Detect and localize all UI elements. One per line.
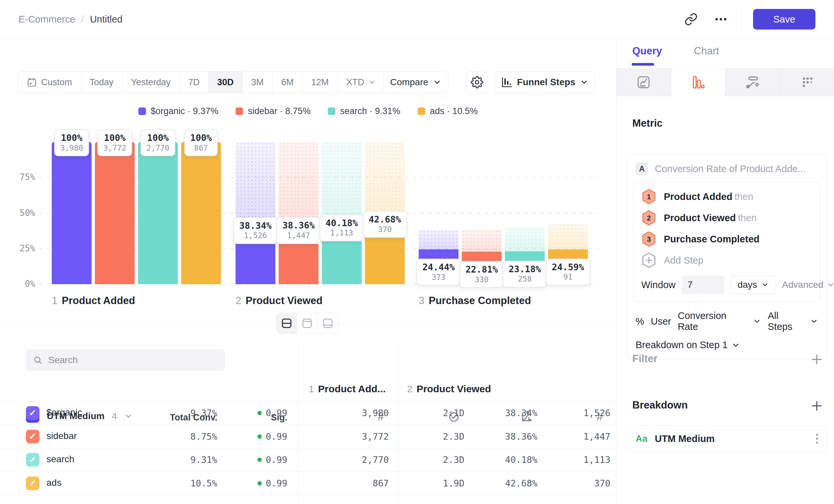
breakdown-property-name: UTM Medium bbox=[655, 433, 715, 444]
bar-value-label: 100%3,980 bbox=[54, 129, 89, 156]
breadcrumb-separator: / bbox=[81, 14, 84, 25]
table-row-search[interactable]: ✓search9.31%2,7702.3D40.18%1,1130.99 bbox=[0, 448, 616, 471]
bar-ads-step1[interactable] bbox=[181, 142, 221, 284]
funnel-chart: 75%50%25%0%100%3,98038.34%1,52624.44%373… bbox=[0, 39, 616, 324]
row-checkbox[interactable]: ✓ bbox=[26, 430, 40, 443]
y-axis-tick: 75% bbox=[6, 172, 35, 182]
view-split-button[interactable] bbox=[276, 313, 297, 334]
funnels-tab-selected[interactable] bbox=[671, 69, 726, 96]
kebab-menu-icon[interactable] bbox=[816, 434, 818, 444]
query-step-2[interactable]: 2Product Viewed then bbox=[634, 207, 820, 228]
step-name: Product Viewed bbox=[417, 383, 491, 395]
step-number-hexagon: 1 bbox=[641, 188, 657, 205]
significance-dot bbox=[258, 411, 262, 415]
steps-scope-dropdown[interactable]: All Steps bbox=[768, 311, 805, 332]
conversion-window-row: Window days Advanced bbox=[634, 271, 820, 298]
bar-value-label: 24.59%91 bbox=[546, 259, 590, 285]
bar-ghost-$organic[interactable] bbox=[419, 230, 459, 250]
metric-section-heading: Metric bbox=[632, 117, 662, 129]
cell-conv: 40.18% bbox=[478, 455, 537, 465]
advanced-dropdown[interactable]: Advanced bbox=[782, 279, 834, 290]
step-number-hexagon: 3 bbox=[641, 231, 657, 247]
tab-chart[interactable]: Chart bbox=[694, 45, 719, 57]
save-button[interactable]: Save bbox=[753, 9, 815, 29]
chevron-down-icon bbox=[761, 281, 769, 289]
query-steps: 1Product Added then2Product Viewed then3… bbox=[634, 186, 820, 250]
y-axis-tick: 0% bbox=[6, 279, 35, 289]
bar-value-label: 100%867 bbox=[184, 129, 218, 156]
cell-total: 10.5% bbox=[139, 478, 217, 488]
row-checkbox[interactable]: ✓ bbox=[26, 453, 40, 466]
table-row-ads[interactable]: ✓ads10.5%8671.9D42.68%3700.99 bbox=[0, 472, 616, 495]
step-axis-label: 3Purchase Completed bbox=[419, 295, 531, 307]
cell-count1: 2,770 bbox=[315, 455, 389, 465]
significance-dot bbox=[258, 481, 262, 485]
insights-tab[interactable] bbox=[616, 69, 671, 96]
cell-count1: 867 bbox=[315, 478, 389, 488]
counting-method[interactable]: User bbox=[651, 316, 671, 327]
share-link-icon[interactable] bbox=[682, 10, 700, 28]
flows-tab[interactable] bbox=[726, 69, 780, 96]
query-step-1[interactable]: 1Product Added then bbox=[634, 186, 820, 207]
bar-ghost-ads[interactable] bbox=[548, 224, 588, 249]
svg-text:1: 1 bbox=[647, 193, 651, 201]
row-label: $organic bbox=[46, 407, 82, 418]
row-checkbox[interactable]: ✓ bbox=[26, 477, 40, 490]
add-step-button[interactable]: Add Step bbox=[634, 250, 820, 271]
row-label: ads bbox=[46, 478, 61, 488]
query-step-3[interactable]: 3Purchase Completed bbox=[634, 228, 820, 250]
svg-text:2: 2 bbox=[647, 214, 651, 222]
retention-tab[interactable] bbox=[780, 69, 834, 96]
window-value-input[interactable] bbox=[681, 276, 725, 294]
report-type-tabs bbox=[616, 68, 834, 96]
chevron-down-icon bbox=[753, 317, 761, 326]
bar-$organic-step1[interactable] bbox=[52, 142, 92, 284]
report-panel: CustomTodayYesterday7D30D3M6M12MXTD Comp… bbox=[0, 39, 616, 504]
metric-title-row[interactable]: A Conversion Rate of Product Adde... bbox=[627, 162, 827, 177]
bar-ghost-search[interactable] bbox=[505, 227, 545, 251]
breakdown-on-step-dropdown[interactable]: Breakdown on Step 1 bbox=[627, 332, 827, 352]
bar-ghost-$organic[interactable] bbox=[236, 142, 275, 230]
step-name: Product Add... bbox=[318, 383, 386, 395]
bar-ghost-sidebar[interactable] bbox=[279, 142, 319, 229]
bar-value-label: 38.34%1,526 bbox=[233, 217, 278, 244]
breakdown-property-card[interactable]: Aa UTM Medium bbox=[627, 426, 827, 452]
cell-sig: 0.99 bbox=[232, 431, 287, 442]
add-filter-icon[interactable] bbox=[810, 353, 824, 366]
funnel-steps-card: 1Product Added then2Product Viewed then3… bbox=[634, 182, 820, 302]
table-step1-header: 1 Product Add... bbox=[309, 383, 386, 395]
search-input[interactable] bbox=[48, 355, 218, 365]
cell-sig: 0.99 bbox=[232, 478, 287, 488]
topbar: E-Commerce / Untitled Save bbox=[0, 0, 834, 39]
step-number-hexagon: 2 bbox=[641, 210, 657, 226]
view-chart-only-button[interactable] bbox=[297, 313, 317, 334]
bar-ghost-sidebar[interactable] bbox=[462, 229, 502, 252]
bar-value-label: 23.18%258 bbox=[503, 260, 547, 288]
more-options-icon[interactable] bbox=[711, 10, 730, 28]
topbar-actions: Save bbox=[682, 0, 815, 39]
bar-value-label: 38.36%1,447 bbox=[276, 217, 321, 244]
table-row-organic[interactable]: ✓$organic9.37%3,9802.1D38.34%1,5260.99 bbox=[0, 401, 616, 425]
window-unit-select[interactable]: days bbox=[730, 276, 776, 294]
bar-sidebar-step1[interactable] bbox=[95, 142, 135, 284]
cell-time: 2.3D bbox=[408, 431, 464, 442]
breadcrumb-project[interactable]: E-Commerce bbox=[19, 14, 75, 25]
breadcrumb-report-title[interactable]: Untitled bbox=[90, 14, 123, 25]
bar-search-step1[interactable] bbox=[138, 142, 178, 284]
add-breakdown-icon[interactable] bbox=[810, 399, 824, 412]
cell-count1: 3,980 bbox=[315, 408, 389, 418]
table-row-sidebar[interactable]: ✓sidebar8.75%3,7722.3D38.36%1,4470.99 bbox=[0, 425, 616, 448]
row-checkbox[interactable]: ✓ bbox=[26, 406, 40, 420]
cell-conv: 38.34% bbox=[478, 408, 537, 418]
cell-time: 2.3D bbox=[408, 455, 464, 465]
step-index: 1 bbox=[309, 383, 314, 395]
measure-type-dropdown[interactable]: Conversion Rate bbox=[678, 311, 748, 332]
add-step-label: Add Step bbox=[664, 255, 703, 266]
view-table-only-button[interactable] bbox=[317, 313, 338, 334]
view-toggle-group bbox=[276, 313, 338, 334]
tab-query[interactable]: Query bbox=[632, 45, 662, 57]
percent-icon[interactable]: % bbox=[636, 316, 644, 327]
metric-card: A Conversion Rate of Product Adde... 1Pr… bbox=[627, 154, 827, 360]
funnel-analysis-app: E-Commerce / Untitled Save CustomTodayYe… bbox=[0, 0, 834, 504]
bar-value-label: 24.44%373 bbox=[416, 259, 461, 285]
